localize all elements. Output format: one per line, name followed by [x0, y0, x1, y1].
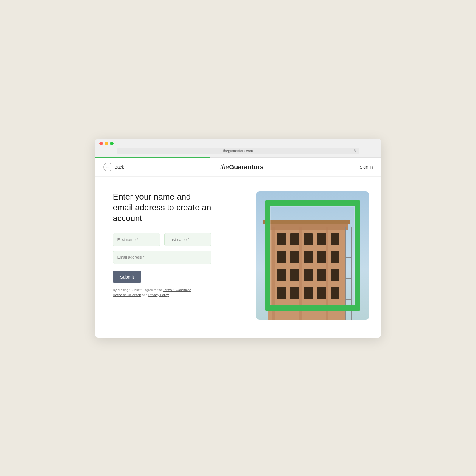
refresh-icon[interactable]: ↻: [354, 149, 357, 153]
svg-rect-3: [277, 233, 286, 245]
main-body: Enter your name and email address to cre…: [95, 177, 381, 338]
address-bar[interactable]: theguarantors.com ↻: [117, 148, 359, 154]
notice-link[interactable]: Notice of Collection: [113, 293, 141, 297]
form-panel: Enter your name and email address to cre…: [113, 191, 211, 298]
back-label: Back: [115, 165, 124, 169]
svg-rect-6: [317, 233, 326, 245]
and-text: and: [141, 293, 148, 297]
svg-rect-4: [290, 233, 299, 245]
name-row: [113, 233, 211, 246]
svg-rect-19: [290, 287, 299, 299]
svg-rect-29: [299, 227, 302, 320]
svg-rect-11: [317, 251, 326, 263]
image-panel: [223, 191, 369, 320]
building-svg: [256, 191, 369, 320]
privacy-link[interactable]: Privacy Policy: [148, 293, 169, 297]
logo-italic: the: [220, 163, 229, 171]
back-arrow-icon: ←: [103, 163, 112, 171]
browser-dots: [99, 142, 377, 145]
browser-chrome: theguarantors.com ↻: [95, 139, 381, 157]
building-image: [256, 191, 369, 320]
svg-rect-18: [277, 287, 286, 299]
form-heading: Enter your name and email address to cre…: [113, 191, 211, 224]
disclaimer-text: By clicking "Submit" I agree to the Term…: [113, 288, 211, 298]
svg-rect-12: [331, 251, 339, 263]
browser-window: theguarantors.com ↻ ← Back theGuarantors…: [95, 139, 381, 338]
svg-rect-28: [272, 227, 275, 320]
svg-rect-30: [326, 227, 328, 320]
close-dot: [99, 142, 103, 145]
maximize-dot: [110, 142, 114, 145]
terms-link[interactable]: Terms & Conditions: [163, 288, 191, 292]
svg-rect-14: [290, 269, 299, 281]
svg-rect-20: [304, 287, 313, 299]
disclaimer-prefix: By clicking "Submit" I agree to the: [113, 288, 163, 292]
email-input[interactable]: [113, 251, 211, 264]
svg-rect-16: [317, 269, 326, 281]
svg-rect-9: [290, 251, 299, 263]
svg-rect-27: [345, 299, 351, 300]
svg-rect-13: [277, 269, 286, 281]
svg-rect-25: [345, 257, 351, 258]
svg-rect-8: [277, 251, 286, 263]
url-text: theguarantors.com: [120, 149, 356, 153]
email-row: [113, 251, 211, 264]
svg-rect-2: [263, 220, 350, 224]
svg-rect-22: [331, 287, 339, 299]
first-name-input[interactable]: [113, 233, 160, 246]
svg-rect-5: [304, 233, 313, 245]
svg-rect-15: [304, 269, 313, 281]
svg-rect-26: [345, 278, 351, 279]
logo-bold: Guarantors: [229, 163, 263, 171]
logo: theGuarantors: [220, 163, 263, 171]
page-content: ← Back theGuarantors Sign In Enter your …: [95, 158, 381, 338]
svg-rect-21: [317, 287, 326, 299]
top-nav: ← Back theGuarantors Sign In: [95, 158, 381, 177]
minimize-dot: [105, 142, 108, 145]
submit-button[interactable]: Submit: [113, 271, 141, 283]
last-name-input[interactable]: [164, 233, 211, 246]
svg-rect-10: [304, 251, 313, 263]
sign-in-button[interactable]: Sign In: [360, 165, 373, 169]
svg-rect-17: [331, 269, 339, 281]
back-button[interactable]: ← Back: [103, 163, 124, 171]
svg-rect-7: [331, 233, 339, 245]
